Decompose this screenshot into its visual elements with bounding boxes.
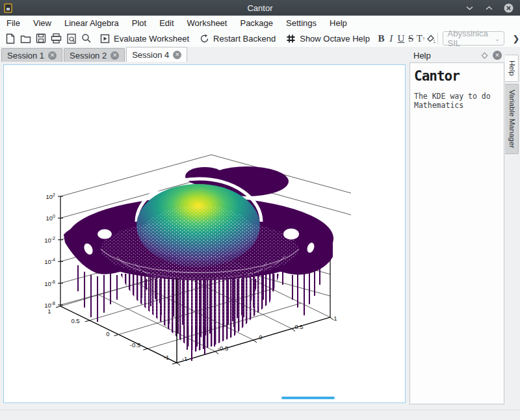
evaluate-icon bbox=[100, 34, 110, 44]
close-panel-button[interactable]: ✕ bbox=[493, 51, 502, 60]
tab-session-2[interactable]: Session 2 ✕ bbox=[64, 48, 125, 62]
close-icon: ✕ bbox=[495, 52, 500, 59]
toolbar: Evaluate Worksheet Restart Backend Show … bbox=[0, 30, 520, 47]
help-dock-titlebar[interactable]: Help ✕ bbox=[410, 48, 504, 62]
tab-close-icon[interactable]: ✕ bbox=[48, 51, 57, 60]
tab-session-4[interactable]: Session 4 ✕ bbox=[126, 47, 187, 62]
help-heading: Cantor bbox=[414, 68, 500, 84]
paint-bucket-icon bbox=[426, 34, 436, 43]
print-preview-button[interactable] bbox=[66, 31, 77, 46]
svg-text:-1: -1 bbox=[182, 355, 187, 362]
titlebar[interactable]: Cantor bbox=[0, 0, 520, 16]
find-button[interactable] bbox=[81, 31, 92, 46]
printer-icon bbox=[51, 33, 62, 44]
restart-icon bbox=[200, 34, 209, 44]
svg-text:102: 102 bbox=[46, 192, 56, 200]
underline-button[interactable]: U bbox=[396, 31, 406, 46]
octave-help-icon bbox=[286, 34, 296, 44]
close-icon bbox=[504, 3, 514, 13]
worksheet[interactable]: 102 100 10-2 10-4 10-6 10-8 1 0.5 0 -0.5… bbox=[3, 64, 406, 403]
menu-settings[interactable]: Settings bbox=[286, 18, 317, 28]
float-panel-icon[interactable] bbox=[482, 52, 488, 59]
maximize-button[interactable] bbox=[484, 3, 494, 13]
bold-button[interactable]: B bbox=[376, 31, 386, 46]
svg-text:-0.5: -0.5 bbox=[218, 345, 228, 352]
tab-label: Session 4 bbox=[132, 50, 169, 60]
help-dock-content[interactable]: Cantor The KDE way to do Mathematics bbox=[410, 62, 504, 404]
tab-close-icon[interactable]: ✕ bbox=[110, 51, 119, 60]
menu-view[interactable]: View bbox=[33, 18, 51, 28]
open-button[interactable] bbox=[20, 31, 31, 46]
restart-backend-button[interactable]: Restart Backend bbox=[200, 34, 276, 44]
new-worksheet-button[interactable] bbox=[5, 31, 16, 46]
surface bbox=[64, 166, 333, 361]
tab-session-1[interactable]: Session 1 ✕ bbox=[1, 48, 62, 62]
floppy-disk-icon bbox=[36, 33, 46, 44]
chevron-down-icon: ⌄ bbox=[495, 35, 500, 42]
font-combobox[interactable]: Abyssinica SIL ⌄ bbox=[443, 31, 504, 46]
svg-text:0: 0 bbox=[259, 334, 262, 341]
octave-3d-plot: 102 100 10-2 10-4 10-6 10-8 1 0.5 0 -0.5… bbox=[39, 151, 351, 366]
y-axis-labels: 1 0.5 0 -0.5 -1 bbox=[47, 308, 169, 361]
menu-help[interactable]: Help bbox=[330, 18, 347, 28]
minimize-button[interactable] bbox=[464, 3, 474, 13]
svg-text:-0.5: -0.5 bbox=[130, 341, 140, 348]
tab-close-icon[interactable]: ✕ bbox=[173, 51, 181, 59]
toolbar-overflow-button[interactable]: ❯ bbox=[512, 32, 520, 45]
svg-text:100: 100 bbox=[46, 214, 56, 222]
svg-text:10-4: 10-4 bbox=[44, 257, 55, 265]
restart-backend-label: Restart Backend bbox=[213, 34, 276, 44]
evaluate-worksheet-label: Evaluate Worksheet bbox=[114, 34, 189, 44]
z-axis-labels: 102 100 10-2 10-4 10-6 10-8 bbox=[44, 192, 55, 309]
tab-label: Session 1 bbox=[7, 51, 44, 60]
strikethrough-button[interactable]: S bbox=[406, 31, 415, 46]
italic-button[interactable]: I bbox=[386, 31, 396, 46]
superscript-button[interactable]: T↑ bbox=[416, 31, 426, 46]
text-color-button[interactable] bbox=[426, 31, 436, 46]
svg-text:10-6: 10-6 bbox=[44, 280, 55, 287]
svg-text:0.5: 0.5 bbox=[294, 323, 303, 330]
print-button[interactable] bbox=[51, 31, 62, 46]
toolbar-separator bbox=[437, 33, 438, 44]
right-panel-tabstrip: Help Variable Manager bbox=[505, 55, 520, 156]
side-tab-help[interactable]: Help bbox=[505, 55, 519, 82]
side-tab-variable-manager[interactable]: Variable Manager bbox=[505, 84, 519, 154]
new-document-icon bbox=[5, 33, 16, 44]
statusbar bbox=[0, 410, 520, 420]
worksheet-entry-cursor[interactable] bbox=[281, 397, 335, 399]
help-dock-title: Help bbox=[413, 51, 431, 60]
svg-text:10-2: 10-2 bbox=[44, 236, 55, 244]
save-button[interactable] bbox=[36, 31, 46, 46]
print-preview-icon bbox=[66, 33, 77, 44]
svg-text:0.5: 0.5 bbox=[71, 317, 79, 324]
close-button[interactable] bbox=[503, 3, 514, 13]
svg-text:1: 1 bbox=[333, 315, 337, 322]
main-area: 102 100 10-2 10-4 10-6 10-8 1 0.5 0 -0.5… bbox=[0, 62, 520, 410]
show-octave-help-label: Show Octave Help bbox=[300, 34, 370, 44]
evaluate-worksheet-button[interactable]: Evaluate Worksheet bbox=[100, 34, 189, 44]
menu-worksheet[interactable]: Worksheet bbox=[187, 18, 228, 28]
surface-plot-svg: 102 100 10-2 10-4 10-6 10-8 1 0.5 0 -0.5… bbox=[39, 151, 351, 366]
help-body-text: The KDE way to do Mathematics bbox=[414, 92, 492, 111]
menu-plot[interactable]: Plot bbox=[132, 18, 146, 28]
folder-icon bbox=[20, 34, 31, 44]
help-dock: Help ✕ Cantor The KDE way to do Mathemat… bbox=[410, 48, 504, 405]
menu-package[interactable]: Package bbox=[240, 18, 273, 28]
svg-text:-1: -1 bbox=[164, 354, 169, 361]
font-combobox-value: Abyssinica SIL bbox=[447, 29, 494, 48]
menubar: File View Linear Algebra Plot Edit Works… bbox=[0, 16, 520, 30]
show-octave-help-button[interactable]: Show Octave Help bbox=[286, 34, 370, 44]
menu-file[interactable]: File bbox=[6, 18, 20, 28]
tab-label: Session 2 bbox=[70, 51, 107, 60]
search-icon bbox=[81, 33, 92, 44]
svg-text:0: 0 bbox=[106, 330, 109, 337]
menu-linear-algebra[interactable]: Linear Algebra bbox=[64, 18, 119, 28]
menu-edit[interactable]: Edit bbox=[159, 18, 174, 28]
window-title: Cantor bbox=[0, 3, 520, 13]
svg-text:1: 1 bbox=[47, 308, 51, 315]
